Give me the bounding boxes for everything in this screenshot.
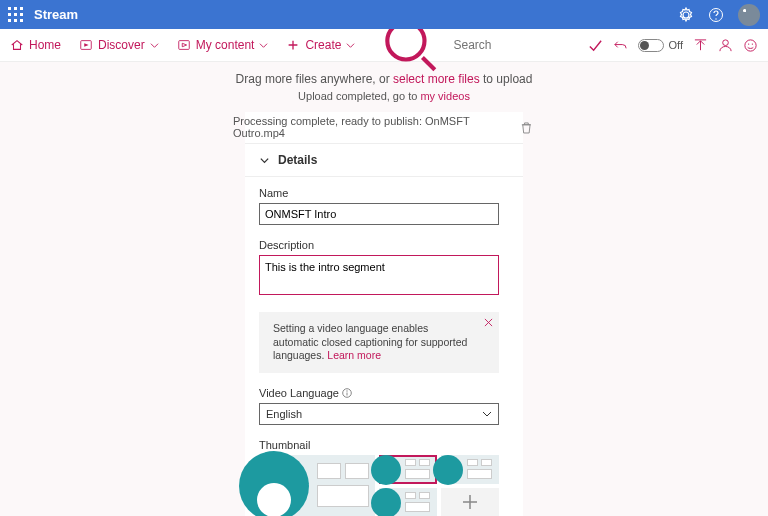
gear-icon[interactable] [678,7,694,23]
language-select[interactable]: English [259,403,499,425]
nav-mycontent[interactable]: My content [177,38,269,52]
mycontent-icon [177,38,191,52]
nav-create-label: Create [305,38,341,52]
brand-name[interactable]: Stream [34,7,78,22]
thumbnail-add[interactable] [441,488,499,516]
check-icon[interactable] [588,38,603,53]
command-bar-right: Off [588,38,758,53]
discover-icon [79,38,93,52]
chevron-down-icon [482,409,492,419]
command-bar: Home Discover My content Create Off [0,29,768,62]
svg-rect-8 [20,19,23,22]
svg-rect-0 [8,7,11,10]
svg-point-16 [748,43,749,44]
svg-rect-6 [8,19,11,22]
nav-discover-label: Discover [98,38,145,52]
thumbnail-option-3[interactable] [379,488,437,516]
drop-suffix: to upload [480,72,533,86]
nav-home[interactable]: Home [10,38,61,52]
svg-rect-1 [14,7,17,10]
autoplay-toggle[interactable] [638,39,664,52]
svg-rect-4 [14,13,17,16]
thumbnail-options [379,455,499,516]
language-label-text: Video Language [259,387,339,399]
help-icon[interactable] [708,7,724,23]
delete-icon[interactable] [520,121,533,134]
svg-rect-20 [346,392,347,395]
processing-text: Processing complete, ready to publish: O… [233,115,520,139]
drop-hint: Drag more files anywhere, or select more… [0,72,768,86]
person-icon[interactable] [718,38,733,53]
nav-mycontent-label: My content [196,38,255,52]
language-label: Video Language [259,387,509,399]
my-videos-link[interactable]: my videos [420,90,470,102]
section-details-label: Details [278,153,317,167]
nav-home-label: Home [29,38,61,52]
chevron-down-icon [259,41,268,50]
name-label: Name [259,187,509,199]
learn-more-link[interactable]: Learn more [327,349,381,361]
waffle-icon[interactable] [8,7,24,23]
chevron-down-icon [150,41,159,50]
close-icon[interactable] [484,318,493,327]
nav-discover[interactable]: Discover [79,38,159,52]
plus-icon [461,493,479,511]
svg-rect-7 [14,19,17,22]
header-right [678,4,760,26]
avatar[interactable] [738,4,760,26]
nav-create[interactable]: Create [286,38,355,52]
chevron-down-icon [259,155,270,166]
home-icon [10,38,24,52]
thumbnail-option-1[interactable] [379,455,437,484]
svg-rect-2 [20,7,23,10]
details-form: Name Description Setting a video languag… [245,177,523,516]
thumbnail-picker: ON [259,455,499,516]
toggle-off-label: Off [669,39,683,51]
svg-rect-3 [8,13,11,16]
thumbnail-option-2[interactable] [441,455,499,484]
name-input[interactable] [259,203,499,225]
svg-point-14 [723,39,729,45]
undo-icon[interactable] [613,38,628,53]
drop-prefix: Drag more files anywhere, or [236,72,393,86]
thumbnail-main[interactable]: ON [259,455,375,516]
processing-line: Processing complete, ready to publish: O… [231,112,537,143]
description-label: Description [259,239,509,251]
thumbnail-label: Thumbnail [259,439,509,451]
upload-status: Upload completed, go to my videos [0,90,768,102]
language-notice: Setting a video language enables automat… [259,312,499,373]
search-input[interactable] [450,34,570,56]
chevron-down-icon [346,41,355,50]
status-prefix: Upload completed, go to [298,90,420,102]
select-files-link[interactable]: select more files [393,72,480,86]
svg-point-10 [715,18,716,19]
name-group: Name [259,187,509,225]
svg-rect-5 [20,13,23,16]
plus-icon [286,38,300,52]
svg-point-15 [745,39,756,50]
svg-point-19 [346,390,347,391]
svg-point-17 [752,43,753,44]
language-value: English [266,408,302,420]
smile-icon[interactable] [743,38,758,53]
description-group: Description [259,239,509,298]
header-banner: Stream [0,0,768,29]
upload-icon[interactable] [693,38,708,53]
thumbnail-group: Thumbnail ON [259,439,509,516]
description-input[interactable] [259,255,499,295]
info-icon[interactable] [342,388,352,398]
upload-panel: Processing complete, ready to publish: O… [245,112,523,516]
section-details-header[interactable]: Details [245,143,523,177]
language-group: Video Language English [259,387,509,425]
